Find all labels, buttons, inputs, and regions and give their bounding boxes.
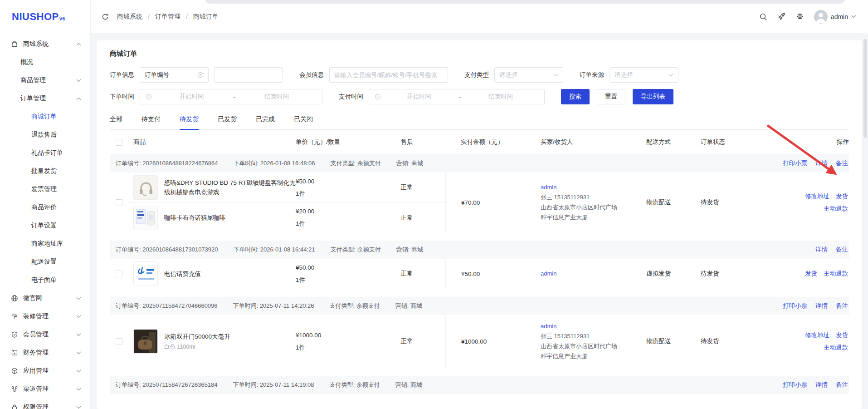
sidebar-item-delivery-settings[interactable]: 配送设置	[0, 253, 90, 271]
print-receipt-link[interactable]: 打印小票	[783, 302, 807, 310]
refund-link[interactable]: 主动退款	[824, 205, 848, 213]
sidebar-item-micro-site[interactable]: 微官网	[0, 289, 90, 307]
main-area: 商城系统 / 订单管理 / 商城订单 admin 商城订单	[91, 0, 868, 409]
order-no: 订单编号: 20260108648818224676864	[116, 159, 218, 168]
sidebar-item-order-settings[interactable]: 订单设置	[0, 217, 90, 235]
sidebar-item-label: 应用管理	[23, 367, 49, 375]
breadcrumb-item[interactable]: 订单管理	[155, 13, 180, 21]
sidebar-item-goods-review[interactable]: 商品评价	[0, 198, 90, 217]
remark-link[interactable]: 备注	[836, 302, 848, 310]
tab-completed[interactable]: 已完成	[256, 115, 275, 129]
clear-icon[interactable]	[197, 72, 204, 78]
product-title[interactable]: 怒喵&DRY STUDIO BD 75 RT磁轴键盘客制化无线机械键盘电竞游戏	[164, 178, 296, 197]
sidebar-item-channel-mgmt[interactable]: 渠道管理	[0, 380, 90, 398]
member-input-wrap	[329, 67, 448, 83]
edit-address-link[interactable]: 修改地址	[805, 331, 829, 340]
sidebar-item-goods-mgmt[interactable]: 商品管理	[0, 71, 90, 89]
tab-closed[interactable]: 已关闭	[294, 115, 313, 129]
pay-time-label: 支付时间	[339, 93, 363, 101]
search-button[interactable]: 搜索	[561, 89, 590, 104]
sidebar-item-batch-ship[interactable]: 批量发货	[0, 162, 90, 180]
aftersale-status: 正常	[368, 270, 445, 278]
chevron-down-icon	[76, 351, 81, 355]
sidebar-item-mall-system[interactable]: 商城系统	[0, 35, 90, 53]
tab-pending-pay[interactable]: 待支付	[141, 115, 161, 129]
print-receipt-link[interactable]: 打印小票	[783, 381, 807, 389]
sidebar-item-finance-mgmt[interactable]: 财务管理	[0, 344, 90, 362]
edit-address-link[interactable]: 修改地址	[805, 192, 829, 201]
sidebar-item-mall-orders[interactable]: 商城订单	[0, 108, 90, 126]
gear-icon[interactable]	[796, 13, 804, 21]
sidebar-item-label: 装修管理	[23, 312, 49, 320]
detail-link[interactable]: 详情	[815, 381, 828, 389]
product-image	[133, 175, 158, 200]
refresh-icon[interactable]	[102, 13, 109, 20]
sidebar-item-member-mgmt[interactable]: 会员管理	[0, 325, 90, 344]
sidebar-item-e-waybill[interactable]: 电子面单	[0, 271, 90, 289]
ship-link[interactable]: 发货	[836, 331, 848, 340]
buyer-name-link[interactable]: admin	[541, 321, 624, 331]
sidebar-item-giftcard-orders[interactable]: 礼品卡订单	[0, 144, 90, 162]
sidebar-item-permission-mgmt[interactable]: 权限管理	[0, 398, 90, 409]
remark-link[interactable]: 备注	[836, 159, 848, 168]
order-no-type-select[interactable]: 订单编号	[140, 67, 209, 83]
product-title[interactable]: 咖啡卡布奇诺猫屎咖啡	[164, 213, 225, 222]
product-title[interactable]: 冰箱双开门50000大毫升	[164, 333, 230, 340]
sidebar-item-invoice-mgmt[interactable]: 发票管理	[0, 180, 90, 198]
detail-link[interactable]: 详情	[815, 302, 828, 310]
tab-all[interactable]: 全部	[110, 115, 122, 129]
reset-button[interactable]: 重置	[597, 89, 625, 104]
order-group: 订单编号: 20250711584727046660096 下单时间: 2025…	[110, 297, 849, 368]
pay-time-range[interactable]: 开始时间 - 结束时间	[369, 89, 545, 104]
remark-link[interactable]: 备注	[836, 381, 848, 389]
pay-type-select[interactable]: 请选择	[494, 67, 563, 83]
buyer-name-link[interactable]: admin	[541, 269, 624, 279]
sidebar-item-label: 会员管理	[23, 330, 49, 339]
search-icon[interactable]	[759, 13, 767, 21]
breadcrumb-item[interactable]: 商城系统	[117, 13, 142, 21]
sidebar-item-decorate-mgmt[interactable]: 装修管理	[0, 307, 90, 325]
refund-link[interactable]: 主动退款	[824, 344, 848, 352]
sidebar-item-order-mgmt[interactable]: 订单管理	[0, 89, 90, 108]
print-receipt-link[interactable]: 打印小票	[783, 159, 807, 168]
page-title: 商城订单	[110, 49, 849, 58]
tab-shipped[interactable]: 已发货	[218, 115, 237, 129]
tab-pending-ship[interactable]: 待发货	[180, 115, 199, 129]
order-pay-type: 支付类型: 余额支付	[330, 159, 380, 168]
paid-amount: ¥1000.00	[445, 315, 529, 368]
member-info-label: 会员信息	[299, 71, 324, 79]
remark-link[interactable]: 备注	[836, 246, 848, 254]
product-title[interactable]: 电信话费充值	[164, 269, 201, 279]
row-checkbox[interactable]	[116, 199, 122, 206]
sidebar-item-label: 发票管理	[31, 185, 57, 193]
row-checkbox[interactable]	[116, 271, 122, 277]
ship-link[interactable]: 发货	[805, 270, 817, 278]
row-checkbox[interactable]	[116, 338, 122, 345]
user-menu[interactable]: admin	[814, 10, 856, 24]
refund-link[interactable]: 主动退款	[824, 270, 848, 278]
buyer-name-link[interactable]: admin	[541, 182, 624, 192]
sidebar-item-label: 权限管理	[23, 403, 49, 409]
sidebar-item-merchant-address[interactable]: 商家地址库	[0, 235, 90, 253]
scrollbar-thumb[interactable]	[863, 39, 867, 138]
sidebar-item-refund-aftersale[interactable]: 退款售后	[0, 126, 90, 144]
export-button[interactable]: 导出列表	[633, 89, 673, 104]
select-all-checkbox[interactable]	[116, 139, 122, 146]
brand-logo[interactable]: NIUSHOP V6	[0, 0, 90, 33]
order-time-range[interactable]: 开始时间 - 结束时间	[140, 89, 322, 104]
sidebar-item-label: 配送设置	[31, 258, 57, 266]
order-no-input[interactable]	[219, 68, 278, 82]
sidebar-item-app-mgmt[interactable]: 应用管理	[0, 362, 90, 380]
sidebar: NIUSHOP V6 商城系统 概况 商品管理 订单管理 商城订单 退款售后 礼…	[0, 0, 91, 409]
app-icon	[11, 367, 19, 375]
filter-row-1: 订单信息 订单编号 会员信息 支付类型 请选择 订单来源	[110, 67, 849, 83]
detail-link[interactable]: 详情	[815, 159, 828, 168]
sidebar-item-overview[interactable]: 概况	[0, 53, 90, 71]
breadcrumb-item[interactable]: 商城订单	[193, 13, 219, 21]
detail-link[interactable]: 详情	[815, 246, 828, 254]
ship-link[interactable]: 发货	[836, 192, 848, 201]
order-time-label: 下单时间	[110, 93, 134, 101]
member-search-input[interactable]	[334, 68, 443, 82]
order-source-select[interactable]: 请选择	[610, 67, 678, 83]
rocket-icon[interactable]	[777, 12, 786, 21]
